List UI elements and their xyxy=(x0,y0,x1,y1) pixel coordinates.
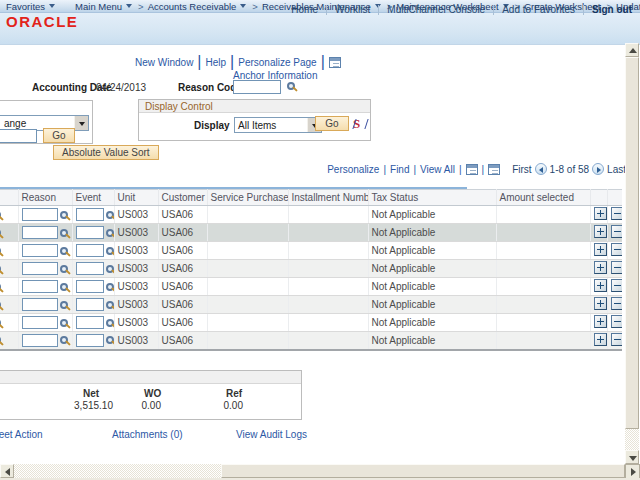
dropdown-arrow-icon[interactable] xyxy=(74,116,88,130)
event-input[interactable] xyxy=(76,226,104,239)
attachments-link[interactable]: Attachments (0) xyxy=(112,429,183,440)
lookup-icon[interactable] xyxy=(106,211,114,219)
view-audit-logs-link[interactable]: View Audit Logs xyxy=(236,429,307,440)
zoom-grid-icon[interactable] xyxy=(488,164,500,175)
scroll-down-icon[interactable] xyxy=(625,450,639,464)
add-row-icon[interactable] xyxy=(594,315,607,328)
delete-row-icon[interactable] xyxy=(611,315,623,328)
lookup-icon[interactable] xyxy=(60,336,68,344)
lookup-icon[interactable] xyxy=(0,247,1,255)
sign-out-link[interactable]: Sign out xyxy=(592,4,632,15)
horizontal-scrollbar[interactable] xyxy=(0,464,625,479)
delete-row-icon[interactable] xyxy=(611,225,623,238)
home-link[interactable]: Home xyxy=(291,4,318,15)
scroll-up-icon[interactable] xyxy=(625,43,639,57)
reason-input[interactable] xyxy=(22,298,58,311)
action-go-button[interactable]: Go xyxy=(43,128,75,143)
first-link[interactable]: First xyxy=(512,164,531,175)
favorites-menu[interactable]: Favorites xyxy=(6,1,55,12)
add-row-icon[interactable] xyxy=(594,279,607,292)
previous-page-icon[interactable] xyxy=(535,163,547,175)
reason-input[interactable] xyxy=(22,262,58,275)
find-link[interactable]: Find xyxy=(390,164,409,175)
event-input[interactable] xyxy=(76,334,104,347)
delete-row-icon[interactable] xyxy=(611,261,623,274)
reason-code-input[interactable] xyxy=(233,80,281,94)
add-row-icon[interactable] xyxy=(594,207,607,220)
delete-row-icon[interactable] xyxy=(611,207,623,220)
worklist-link[interactable]: Worklist xyxy=(335,4,370,15)
event-input[interactable] xyxy=(76,316,104,329)
tax-status-cell: Not Applicable xyxy=(368,332,496,350)
lookup-icon[interactable] xyxy=(106,319,114,327)
new-window-grid-icon[interactable] xyxy=(329,57,341,68)
event-input[interactable] xyxy=(76,244,104,257)
lookup-icon[interactable] xyxy=(0,211,1,219)
lookup-icon[interactable] xyxy=(0,229,1,237)
delete-row-icon[interactable] xyxy=(611,333,623,346)
add-row-icon[interactable] xyxy=(594,297,607,310)
event-input[interactable] xyxy=(76,298,104,311)
worksheet-action-link[interactable]: Worksheet Action xyxy=(0,429,43,440)
display-dropdown[interactable]: All Items xyxy=(234,117,322,133)
personalize-page-link[interactable]: Personalize Page xyxy=(238,57,316,68)
vertical-scroll-thumb[interactable] xyxy=(625,57,639,429)
next-page-icon[interactable] xyxy=(592,163,604,175)
display-go-button[interactable]: Go xyxy=(315,116,349,131)
reason-input[interactable] xyxy=(22,280,58,293)
lookup-icon[interactable] xyxy=(60,229,68,237)
lookup-icon[interactable] xyxy=(60,211,68,219)
lookup-icon[interactable] xyxy=(106,229,114,237)
last-link[interactable]: Last xyxy=(607,164,626,175)
lookup-icon[interactable] xyxy=(60,319,68,327)
scroll-left-icon[interactable] xyxy=(0,464,14,478)
main-menu[interactable]: Main Menu xyxy=(75,1,132,12)
event-input[interactable] xyxy=(76,262,104,275)
event-input[interactable] xyxy=(76,280,104,293)
action-amount-input[interactable] xyxy=(0,129,37,143)
lookup-icon[interactable] xyxy=(60,283,68,291)
exchange-rate-icon[interactable] xyxy=(353,117,367,132)
lookup-icon[interactable] xyxy=(106,247,114,255)
reason-input[interactable] xyxy=(22,226,58,239)
vertical-scrollbar[interactable] xyxy=(625,43,639,464)
lookup-icon[interactable] xyxy=(0,301,1,309)
horizontal-scroll-track[interactable] xyxy=(14,464,221,478)
delete-row-icon[interactable] xyxy=(611,297,623,310)
scroll-right-icon[interactable] xyxy=(625,464,640,479)
delete-row-icon[interactable] xyxy=(611,243,623,256)
lookup-icon[interactable] xyxy=(60,247,68,255)
lookup-icon[interactable] xyxy=(0,319,1,327)
lookup-icon[interactable] xyxy=(106,301,114,309)
lookup-icon[interactable] xyxy=(60,301,68,309)
view-all-link[interactable]: View All xyxy=(420,164,455,175)
lookup-icon[interactable] xyxy=(0,336,1,344)
add-row-icon[interactable] xyxy=(594,225,607,238)
lookup-icon[interactable] xyxy=(106,265,114,273)
reason-input[interactable] xyxy=(22,208,58,221)
lookup-icon[interactable] xyxy=(106,283,114,291)
download-grid-icon[interactable] xyxy=(466,164,478,175)
event-input[interactable] xyxy=(76,208,104,221)
personalize-link[interactable]: Personalize xyxy=(327,164,379,175)
delete-row-icon[interactable] xyxy=(611,279,623,292)
new-window-link[interactable]: New Window xyxy=(135,57,193,68)
multichannel-console-link[interactable]: MultiChannel Console xyxy=(387,4,485,15)
lookup-icon[interactable] xyxy=(0,265,1,273)
reason-code-lookup-icon[interactable] xyxy=(287,82,295,90)
lookup-icon[interactable] xyxy=(106,336,114,344)
absolute-value-sort-button[interactable]: Absolute Value Sort xyxy=(53,145,159,160)
reason-input[interactable] xyxy=(22,244,58,257)
lookup-icon[interactable] xyxy=(0,283,1,291)
reason-input[interactable] xyxy=(22,334,58,347)
reason-input[interactable] xyxy=(22,316,58,329)
add-row-icon[interactable] xyxy=(594,261,607,274)
horizontal-scroll-thumb[interactable] xyxy=(221,464,625,478)
add-row-icon[interactable] xyxy=(594,333,607,346)
column-header-reason: Reason xyxy=(18,190,72,206)
help-link[interactable]: Help xyxy=(206,57,227,68)
lookup-icon[interactable] xyxy=(60,265,68,273)
add-to-favorites-link[interactable]: Add to Favorites xyxy=(502,4,575,15)
breadcrumb-accounts-receivable[interactable]: Accounts Receivable xyxy=(148,1,247,12)
add-row-icon[interactable] xyxy=(594,243,607,256)
